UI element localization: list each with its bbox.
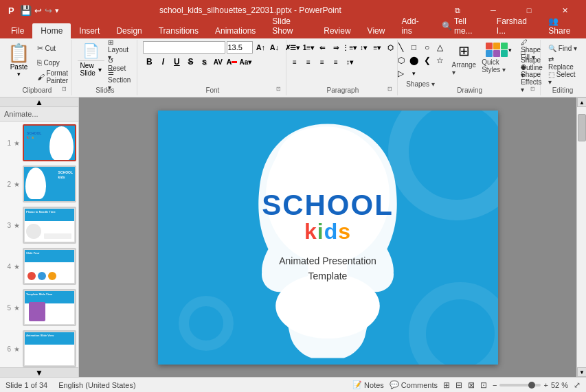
shape-icon-3[interactable]: ○ xyxy=(421,41,433,54)
paste-dropdown[interactable]: ▾ xyxy=(17,71,21,78)
drawing-expand[interactable]: ⊡ xyxy=(530,86,539,94)
tab-review[interactable]: Review xyxy=(315,23,359,38)
text-case-btn[interactable]: Aa▾ xyxy=(239,56,251,68)
fit-window-btn[interactable]: ⤢ xyxy=(574,380,581,390)
slide-thumb-4[interactable]: Slide Four xyxy=(23,248,76,285)
shadow-btn[interactable]: s xyxy=(198,56,210,68)
save-btn[interactable]: 💾 xyxy=(20,5,32,16)
tab-slideshow[interactable]: Slide Show xyxy=(264,14,315,38)
quick-styles-icon[interactable]: ▾ xyxy=(482,41,516,58)
font-family-select[interactable] xyxy=(143,41,225,54)
align-right-btn[interactable]: ≡ xyxy=(316,56,328,68)
char-spacing-btn[interactable]: AV xyxy=(212,56,224,68)
replace-button[interactable]: ⇄ Replace xyxy=(546,56,579,70)
strikethrough-btn[interactable]: S xyxy=(184,56,196,68)
increase-font-btn[interactable]: A↑ xyxy=(254,41,267,54)
slide-item-3[interactable]: 3 ★ Please to Noodle Time xyxy=(3,207,76,244)
tab-insert[interactable]: Insert xyxy=(71,23,108,38)
tab-animations[interactable]: Animations xyxy=(207,23,264,38)
scroll-thumb[interactable] xyxy=(578,114,586,141)
tab-share[interactable]: 👥 Share xyxy=(540,14,586,38)
copy-button[interactable]: ⎘Copy xyxy=(35,56,70,69)
view-reading-btn[interactable]: ⊠ xyxy=(468,380,475,390)
shape-icon-1[interactable]: ╲ xyxy=(395,41,407,54)
slides-panel-header[interactable]: Animate... xyxy=(0,107,78,122)
align-center-btn[interactable]: ≡ xyxy=(302,56,315,68)
align-left-btn[interactable]: ≡ xyxy=(289,56,301,68)
arrange-icon[interactable]: ⊞ xyxy=(454,41,474,60)
view-presenter-btn[interactable]: ⊡ xyxy=(480,380,487,390)
undo-btn[interactable]: ↩ xyxy=(34,5,42,16)
view-normal-btn[interactable]: ⊞ xyxy=(443,380,450,390)
tab-user[interactable]: Farshad I... xyxy=(488,14,540,38)
zoom-out-btn[interactable]: − xyxy=(493,381,497,389)
tab-addins[interactable]: Add-ins xyxy=(393,14,433,38)
scroll-down-btn[interactable]: ▼ xyxy=(577,367,586,377)
select-button[interactable]: ⬚ Select ▾ xyxy=(546,71,579,85)
shape-icon-5[interactable]: ⬡ xyxy=(395,54,407,67)
slide-thumb-3[interactable]: Please to Noodle Time xyxy=(23,207,76,244)
shape-icon-8[interactable]: ☆ xyxy=(434,54,447,67)
underline-btn[interactable]: U xyxy=(170,56,183,68)
slide-thumb-5[interactable]: Template Slide View xyxy=(23,289,76,326)
zoom-slider[interactable] xyxy=(499,384,541,387)
tab-home[interactable]: Home xyxy=(32,23,71,38)
slides-scroll-down[interactable]: ▼ xyxy=(0,367,78,377)
slide-thumb-6[interactable]: Animation Slide View xyxy=(23,330,76,367)
slide-thumb-1[interactable]: SCHOOLkids xyxy=(23,124,76,161)
align-text-btn[interactable]: ≡▾ xyxy=(371,41,383,54)
shape-icon-2[interactable]: □ xyxy=(408,41,420,54)
shape-icon-4[interactable]: △ xyxy=(434,41,447,54)
zoom-thumb[interactable] xyxy=(528,382,535,389)
section-button[interactable]: ☰ Section ▾ xyxy=(106,73,133,87)
bold-btn[interactable]: B xyxy=(143,56,155,68)
layout-button[interactable]: ⊞ Layout ▾ xyxy=(106,43,133,56)
shape-icon-9[interactable]: ▷ xyxy=(395,67,407,80)
justify-btn[interactable]: ≡ xyxy=(330,56,342,68)
format-painter-button[interactable]: 🖌Format Painter xyxy=(35,70,70,84)
new-slide-dropdown[interactable]: New Slide▾ xyxy=(78,60,104,78)
tab-tellme[interactable]: 🔍Tell me... xyxy=(433,14,488,38)
cut-button[interactable]: ✂Cut xyxy=(35,41,70,55)
tab-file[interactable]: File xyxy=(3,23,32,38)
slide-thumb-2[interactable]: SCHOOLkids xyxy=(23,165,76,203)
slide-item-5[interactable]: 5 ★ Template Slide View xyxy=(3,289,76,326)
font-color-btn[interactable]: A xyxy=(225,56,238,68)
italic-btn[interactable]: I xyxy=(157,56,169,68)
tab-transitions[interactable]: Transitions xyxy=(150,23,207,38)
find-button[interactable]: 🔍 Find ▾ xyxy=(546,41,579,55)
tab-design[interactable]: Design xyxy=(108,23,150,38)
redo-btn[interactable]: ↪ xyxy=(45,5,52,16)
zoom-in-btn[interactable]: + xyxy=(543,381,548,389)
arrange-label[interactable]: Arrange ▾ xyxy=(449,60,480,77)
paste-button[interactable]: 📋 Paste ▾ xyxy=(3,41,34,84)
copy-icon: ⎘ xyxy=(37,58,42,67)
numbering-btn[interactable]: 1≡▾ xyxy=(302,41,315,54)
shape-icon-7[interactable]: ❮ xyxy=(421,54,433,67)
slides-scroll-up[interactable]: ▲ xyxy=(0,97,78,107)
columns-btn[interactable]: ⋮≡▾ xyxy=(343,41,356,54)
slide-item-4[interactable]: 4 ★ Slide Four xyxy=(3,248,76,285)
quick-styles-label[interactable]: Quick Styles ▾ xyxy=(482,58,516,73)
new-slide-button[interactable]: 📄 xyxy=(78,41,104,60)
slide-item-2[interactable]: 2 ★ SCHOOLkids xyxy=(3,165,76,203)
bullets-btn[interactable]: ☰▾ xyxy=(289,41,301,54)
scroll-up-btn[interactable]: ▲ xyxy=(577,97,586,107)
line-spacing-btn[interactable]: ↕▾ xyxy=(343,56,356,68)
decrease-font-btn[interactable]: A↓ xyxy=(268,41,280,54)
tab-view[interactable]: View xyxy=(359,23,394,38)
shape-effects-btn[interactable]: ◆ Shape Effects ▾ xyxy=(519,71,545,85)
font-size-input[interactable] xyxy=(227,41,253,54)
shape-more[interactable]: ▾ xyxy=(408,67,420,80)
font-expand[interactable]: ⊡ xyxy=(276,86,284,94)
comments-btn[interactable]: 💬 Comments xyxy=(390,380,438,389)
view-slide-sorter-btn[interactable]: ⊟ xyxy=(455,380,462,390)
increase-indent-btn[interactable]: ⇒ xyxy=(330,41,342,54)
slide-item-1[interactable]: 1 ★ SCHOOLkids xyxy=(3,124,76,161)
clipboard-expand[interactable]: ⊡ xyxy=(62,86,70,94)
text-direction-btn[interactable]: ↕▾ xyxy=(357,41,370,54)
notes-btn[interactable]: 📝 Notes xyxy=(352,380,384,389)
shape-icon-6[interactable]: ⬤ xyxy=(408,54,420,67)
slide-item-6[interactable]: 6 ★ Animation Slide View xyxy=(3,330,76,367)
decrease-indent-btn[interactable]: ⇐ xyxy=(316,41,328,54)
